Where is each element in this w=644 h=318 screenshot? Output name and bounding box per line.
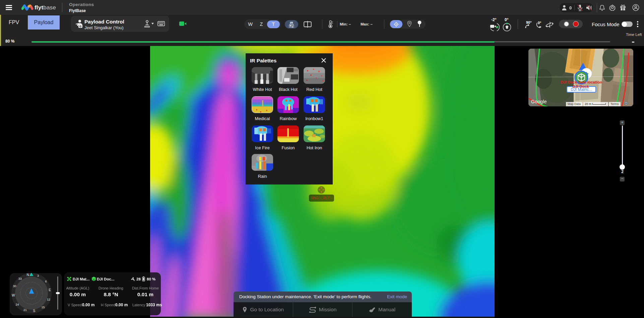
svg-text:90°: 90° [526, 20, 532, 24]
svg-text:6: 6 [45, 280, 47, 283]
svg-text:24: 24 [16, 303, 19, 306]
svg-text:E: E [49, 288, 51, 292]
svg-text:S: S [33, 309, 35, 313]
svg-text:15: 15 [41, 306, 45, 309]
svg-text:0: 0 [569, 5, 572, 10]
svg-text:21: 21 [23, 308, 27, 312]
svg-text:0°: 0° [538, 21, 541, 25]
svg-text:30: 30 [13, 284, 16, 288]
svg-text:W: W [12, 294, 15, 297]
svg-text:33: 33 [18, 277, 22, 280]
svg-text:N: N [26, 273, 29, 277]
svg-text:3: 3 [37, 274, 39, 277]
svg-text:12: 12 [47, 298, 50, 301]
svg-text:IR: IR [290, 21, 293, 24]
